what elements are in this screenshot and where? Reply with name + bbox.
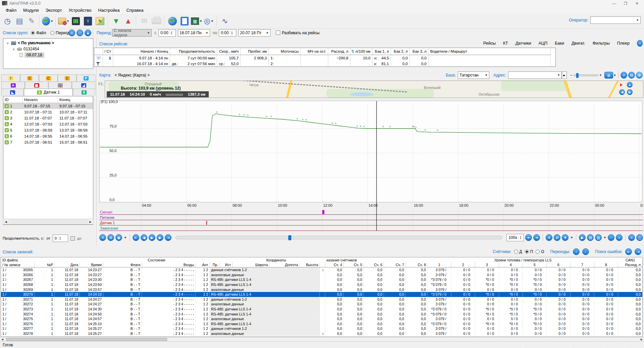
- col-16[interactable]: Сч. 7: [384, 262, 406, 267]
- close-button[interactable]: ✕: [631, 0, 643, 7]
- time-from-spinner[interactable]: 0:00▲▼: [158, 29, 176, 37]
- chevron-down-icon[interactable]: ▼: [50, 19, 53, 23]
- menu-2[interactable]: Экспорт: [43, 7, 65, 13]
- col-18[interactable]: 1: [428, 262, 451, 267]
- records-hscrollbar[interactable]: ◀▶: [0, 337, 644, 341]
- swap-button[interactable]: ⇄: [554, 234, 560, 241]
- scroll-right-icon[interactable]: ▶: [88, 220, 93, 223]
- record-row[interactable]: 1 /30276111.07.1814:25:10В - - Т- 2 3 4 …: [1, 321, 642, 327]
- period-preset-combo[interactable]: С начала недели▼: [112, 29, 152, 37]
- mail-icon[interactable]: ✉: [139, 15, 150, 27]
- split-scroll-cell[interactable]: [320, 272, 325, 278]
- col-tank1[interactable]: Бак 1, л: [373, 48, 391, 55]
- map-pan-up-icon[interactable]: ▲: [627, 82, 633, 88]
- col-19[interactable]: 2: [451, 262, 475, 267]
- sort-icon[interactable]: ⇅: [351, 49, 354, 54]
- find-button[interactable]: ◎: [68, 30, 75, 36]
- col-13[interactable]: Сч. 4: [325, 262, 344, 267]
- slider-thumb[interactable]: [288, 235, 291, 240]
- record-row[interactable]: 1 /30265111.07.1814:23:27В - - Т- 2 3 4 …: [1, 267, 642, 272]
- collapse-button[interactable]: ▲: [85, 30, 91, 36]
- group-id[interactable]: ID файла: [1, 257, 35, 262]
- counter-radio-p[interactable]: П: [525, 249, 533, 254]
- menu-3[interactable]: Устройство: [65, 7, 94, 13]
- first-button[interactable]: ⇤: [133, 234, 139, 241]
- web-upload-icon[interactable]: [167, 15, 178, 27]
- zoom-in-label[interactable]: +: [599, 73, 602, 78]
- col-l100[interactable]: ⇅л/100 км: [350, 48, 373, 55]
- run-button[interactable]: ▶: [579, 234, 586, 241]
- time-to-spinner[interactable]: 0:00▲▼: [219, 29, 236, 37]
- split-scroll-cell[interactable]: [320, 316, 325, 321]
- group-blank1[interactable]: [35, 257, 103, 262]
- journal-icon[interactable]: ▤: [14, 15, 25, 27]
- tab-counter-2[interactable]: C: [39, 74, 58, 82]
- col-6[interactable]: Ант: [196, 262, 210, 267]
- maximize-button[interactable]: ❐: [620, 0, 631, 7]
- split-scroll-cell[interactable]: [320, 287, 325, 292]
- scroll-left-icon[interactable]: ◀: [3, 220, 8, 223]
- split-scroll-cell[interactable]: [320, 277, 325, 282]
- tree-device[interactable]: ∨ 0132454: [3, 46, 93, 52]
- sensor-row[interactable]: 1614.07.18 - 06:5514.07.18 - 06:55: [3, 133, 93, 139]
- play-button[interactable]: ▶: [149, 234, 155, 241]
- route-icon[interactable]: ∿: [219, 15, 231, 27]
- col-15[interactable]: Сч. 6: [364, 262, 384, 267]
- collapse-tabs-button[interactable]: «: [637, 40, 643, 47]
- split-scroll-cell[interactable]: [320, 297, 325, 302]
- tab-sensor-1[interactable]: 1Датчик 1: [24, 89, 73, 96]
- next-button[interactable]: ▶: [157, 234, 163, 241]
- tab-кт[interactable]: КТ: [503, 41, 508, 46]
- speed-spinner[interactable]: 100x▲▼: [506, 234, 524, 241]
- error-prev-icon[interactable]: ⇤: [625, 248, 632, 255]
- sensor-row[interactable]: 1715.07.18 - 06:5115.07.18 - 06:51: [3, 139, 93, 145]
- zoom-in-button[interactable]: +: [616, 234, 623, 241]
- col-2[interactable]: Дата: [55, 262, 80, 267]
- col-7[interactable]: Пр.: [210, 262, 220, 267]
- tab-ацп[interactable]: АЦП: [539, 41, 548, 46]
- menu-5[interactable]: Справка: [123, 7, 146, 13]
- split-trips-checkbox[interactable]: [276, 31, 280, 35]
- split-scroll-cell[interactable]: [320, 321, 325, 327]
- col-1[interactable]: №Р: [35, 262, 55, 267]
- group-lls[interactable]: Уровни топлива / температура LLS: [428, 257, 618, 262]
- duration-to-checkbox[interactable]: [70, 236, 75, 241]
- tab-filter[interactable]: ▼: [1, 82, 25, 89]
- map-globe-button[interactable]: ◍: [604, 72, 613, 79]
- export-icon[interactable]: ▼: [58, 15, 69, 27]
- tab-counter-3[interactable]: C: [58, 74, 77, 82]
- col-8[interactable]: Ист: [220, 262, 233, 267]
- radio-file[interactable]: Файл: [31, 31, 46, 35]
- col-10[interactable]: Долгота: [269, 262, 300, 267]
- transition-down-icon[interactable]: ↓: [582, 248, 589, 255]
- menu-1[interactable]: Модули: [20, 7, 42, 13]
- tab-sensor-8[interactable]: 8: [73, 89, 95, 96]
- forward-button[interactable]: ↠: [533, 234, 540, 241]
- date-from-combo[interactable]: 16.07.18 Пн▼: [178, 29, 210, 37]
- map-zoom-slider[interactable]: [574, 74, 598, 76]
- group-counters[interactable]: казания счётчиков: [325, 257, 428, 262]
- tab-moves[interactable]: ↘: [48, 82, 72, 89]
- target-icon[interactable]: ◎▼: [203, 15, 214, 27]
- operator-combo[interactable]: ▼: [590, 16, 641, 24]
- menu-0[interactable]: Файл: [3, 7, 19, 13]
- split-scroll-cell[interactable]: [320, 292, 325, 297]
- col-id[interactable]: ID: [3, 96, 23, 103]
- col-tank3[interactable]: Бак 3, л: [410, 48, 429, 55]
- col-20[interactable]: 3: [475, 262, 499, 267]
- col-26[interactable]: Расход, л: [618, 262, 642, 267]
- address-go-button[interactable]: ▸: [562, 71, 567, 79]
- eye-button[interactable]: ◉: [115, 234, 122, 241]
- sensor-row[interactable]: 1412.07.18 - 07:0312.07.18 - 07:03: [3, 121, 93, 127]
- tab-alerts[interactable]: !: [1, 74, 20, 82]
- report-icon[interactable]: ◷: [2, 15, 13, 27]
- map-report-button[interactable]: ▤: [628, 72, 635, 79]
- expander-icon[interactable]: ∨: [6, 41, 9, 45]
- map-pan-right-icon[interactable]: ▶: [627, 89, 633, 95]
- split-scroll-cell[interactable]: [320, 311, 325, 316]
- tab-lever-2[interactable]: ◣: [1, 89, 24, 96]
- record-row[interactable]: 1 /30270111.07.1814:24:10В - - Т- 2 3 4 …: [1, 292, 642, 297]
- map-name[interactable]: < Яндекс (Карта) >: [114, 73, 149, 78]
- col-17[interactable]: Сч. 8: [406, 262, 428, 267]
- record-row[interactable]: 1 /30275111.07.1814:24:57В - - Т- 2 3 4 …: [1, 316, 642, 321]
